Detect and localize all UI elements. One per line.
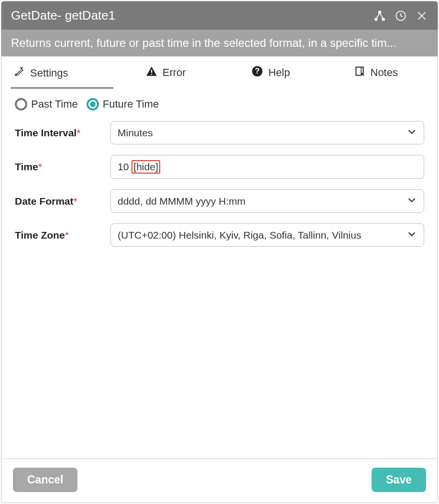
footer: Cancel Save: [1, 459, 438, 503]
radio-past-label: Past Time: [31, 98, 78, 110]
cancel-button[interactable]: Cancel: [13, 468, 77, 492]
tab-notes[interactable]: Notes: [323, 56, 428, 88]
titlebar: GetDate- getDate1: [1, 1, 438, 30]
input-time-value: 10: [118, 161, 129, 173]
svg-line-3: [376, 13, 380, 18]
select-time-zone[interactable]: (UTC+02:00) Helsinki, Kyiv, Riga, Sofia,…: [110, 223, 424, 247]
error-icon: [145, 65, 158, 80]
time-direction-radios: Past Time Future Time: [15, 98, 424, 110]
tab-help[interactable]: ? Help: [218, 56, 323, 88]
help-icon: ?: [251, 65, 263, 80]
notes-icon: [353, 65, 366, 80]
field-time: Time* 10 [hide]: [15, 155, 424, 179]
svg-point-10: [15, 74, 17, 75]
dialog: GetDate- getDate1: [1, 1, 438, 503]
label-time-interval: Time Interval*: [15, 127, 105, 139]
radio-circle-icon: [15, 98, 27, 110]
save-button[interactable]: Save: [372, 468, 426, 492]
svg-line-4: [380, 13, 383, 18]
radio-future-label: Future Time: [103, 98, 159, 110]
select-time-interval[interactable]: Minutes: [110, 121, 424, 144]
radio-circle-icon: [87, 98, 99, 110]
branch-icon[interactable]: [373, 10, 386, 22]
tab-error-label: Error: [163, 66, 186, 79]
clock-icon[interactable]: [395, 10, 407, 22]
input-time[interactable]: 10 [hide]: [110, 155, 424, 179]
svg-rect-11: [151, 70, 152, 73]
field-date-format: Date Format* dddd, dd MMMM yyyy H:mm: [15, 189, 424, 213]
close-icon[interactable]: [416, 10, 428, 22]
field-time-zone: Time Zone* (UTC+02:00) Helsinki, Kyiv, R…: [15, 223, 424, 247]
radio-future-time[interactable]: Future Time: [87, 98, 159, 110]
hide-tag[interactable]: [hide]: [132, 160, 160, 174]
field-time-interval: Time Interval* Minutes: [15, 121, 424, 144]
description-bar: Returns current, future or past time in …: [1, 30, 438, 56]
tab-error[interactable]: Error: [113, 56, 219, 88]
content-area: Past Time Future Time Time Interval* Min…: [1, 88, 438, 459]
svg-point-0: [379, 11, 381, 13]
select-time-interval-value: Minutes: [118, 127, 153, 139]
tab-notes-label: Notes: [371, 66, 398, 79]
svg-line-7: [401, 16, 403, 17]
label-time: Time*: [15, 161, 105, 173]
tab-settings-label: Settings: [30, 67, 68, 79]
chevron-down-icon: [406, 195, 417, 208]
settings-icon: [13, 66, 25, 81]
titlebar-actions: [373, 10, 428, 22]
svg-rect-12: [151, 74, 152, 75]
svg-point-1: [375, 18, 377, 21]
label-time-zone: Time Zone*: [15, 230, 105, 241]
select-date-format[interactable]: dddd, dd MMMM yyyy H:mm: [110, 189, 424, 213]
radio-past-time[interactable]: Past Time: [15, 98, 78, 110]
tab-settings[interactable]: Settings: [11, 57, 113, 88]
select-date-format-value: dddd, dd MMMM yyyy H:mm: [118, 196, 245, 207]
label-date-format: Date Format*: [15, 196, 105, 207]
chevron-down-icon: [406, 229, 417, 241]
dialog-title: GetDate- getDate1: [11, 8, 115, 23]
select-time-zone-value: (UTC+02:00) Helsinki, Kyiv, Riga, Sofia,…: [118, 230, 361, 241]
chevron-down-icon: [406, 126, 417, 139]
tab-help-label: Help: [268, 66, 290, 79]
tabs: Settings Error ? Help: [1, 56, 438, 88]
svg-text:?: ?: [255, 66, 260, 75]
svg-point-2: [382, 18, 384, 21]
